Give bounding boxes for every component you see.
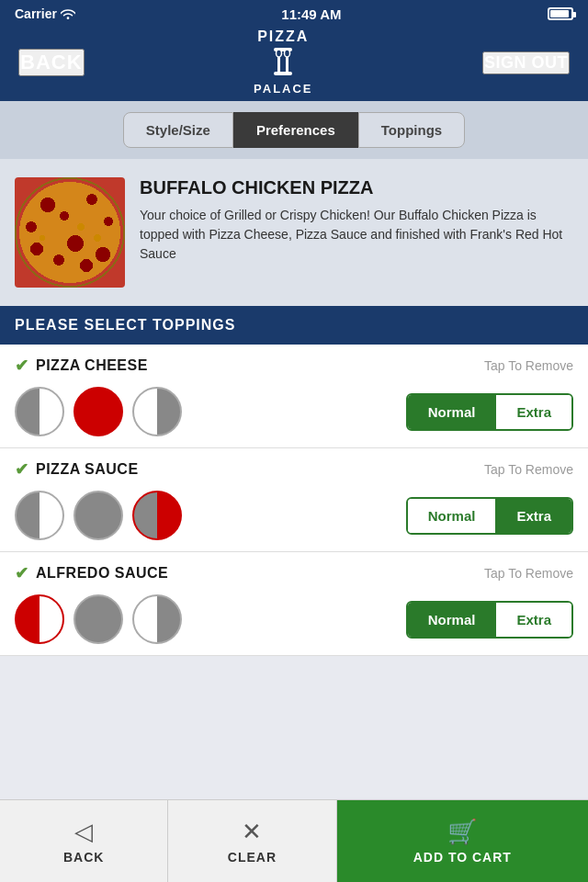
portion-buttons-pizza-sauce (15, 491, 182, 540)
portion-buttons-alfredo-sauce (15, 594, 182, 644)
battery-icon (548, 7, 573, 20)
wifi-icon (61, 8, 75, 19)
logo-palace-text: PALACE (254, 82, 312, 96)
amount-toggle-alfredo-sauce: Normal Extra (406, 601, 573, 639)
bottom-bar: ◁ BACK ✕ CLEAR 🛒 ADD TO CART (0, 799, 588, 882)
bottom-spacer (0, 656, 588, 739)
clear-icon: ✕ (242, 818, 262, 846)
amount-normal-alfredo-sauce[interactable]: Normal (408, 603, 496, 637)
tap-remove-pizza-cheese[interactable]: Tap To Remove (484, 358, 573, 373)
signout-button[interactable]: SIGN OUT (482, 51, 570, 74)
amount-extra-pizza-cheese[interactable]: Extra (496, 395, 571, 429)
pizza-image (15, 177, 125, 288)
toppings-section-header: PLEASE SELECT TOPPINGS (0, 306, 588, 345)
logo-pizza-text: PIZZA (254, 29, 312, 44)
portion-right-pizza-sauce[interactable] (132, 491, 182, 540)
svg-point-4 (277, 50, 282, 57)
amount-toggle-pizza-cheese: Normal Extra (406, 393, 573, 431)
tap-remove-pizza-sauce[interactable]: Tap To Remove (484, 462, 573, 477)
carrier-text: Carrier (15, 6, 57, 21)
app-header: BACK PIZZA PALACE SIGN OUT (0, 28, 588, 101)
tab-toppings[interactable]: Toppings (358, 112, 465, 148)
pizza-description: Your choice of Grilled or Crispy Chicken… (140, 206, 573, 264)
amount-extra-pizza-sauce[interactable]: Extra (496, 499, 571, 533)
portion-full-alfredo-sauce[interactable] (74, 594, 123, 644)
topping-name-alfredo-sauce: ALFREDO SAUCE (36, 565, 168, 582)
pizza-thumbnail (15, 177, 125, 288)
portion-right-alfredo-sauce[interactable] (132, 594, 182, 644)
check-pizza-sauce: ✔ (15, 459, 28, 480)
bottom-back-button[interactable]: ◁ BACK (0, 800, 168, 882)
amount-normal-pizza-cheese[interactable]: Normal (408, 395, 496, 429)
check-alfredo-sauce: ✔ (15, 563, 28, 583)
back-arrow-icon: ◁ (74, 818, 93, 846)
main-content: BUFFALO CHICKEN PIZZA Your choice of Gri… (0, 159, 588, 876)
tab-preferences[interactable]: Preferences (233, 112, 358, 148)
svg-point-5 (285, 50, 290, 57)
portion-left-alfredo-sauce[interactable] (15, 594, 64, 644)
topping-row-pizza-sauce: ✔ PIZZA SAUCE Tap To Remove Normal Extra (0, 448, 588, 552)
back-button[interactable]: BACK (18, 49, 85, 76)
tab-bar: Style/Size Preferences Toppings (0, 101, 588, 159)
portion-full-pizza-cheese[interactable] (74, 387, 123, 436)
amount-normal-pizza-sauce[interactable]: Normal (408, 499, 496, 533)
svg-rect-3 (274, 72, 292, 75)
check-pizza-cheese: ✔ (15, 356, 28, 376)
pizza-name: BUFFALO CHICKEN PIZZA (140, 177, 573, 198)
portion-buttons-pizza-cheese (15, 387, 182, 436)
bottom-cart-label: ADD TO CART (413, 850, 512, 865)
time-text: 11:49 AM (281, 6, 341, 22)
amount-toggle-pizza-sauce: Normal Extra (406, 497, 573, 535)
bottom-clear-label: CLEAR (228, 850, 277, 865)
app-logo: PIZZA PALACE (254, 29, 312, 96)
bottom-clear-button[interactable]: ✕ CLEAR (168, 800, 336, 882)
topping-row-pizza-cheese: ✔ PIZZA CHEESE Tap To Remove Normal Extr… (0, 345, 588, 448)
logo-icon (254, 44, 312, 82)
topping-name-pizza-cheese: PIZZA CHEESE (36, 357, 148, 374)
tap-remove-alfredo-sauce[interactable]: Tap To Remove (484, 566, 573, 581)
amount-extra-alfredo-sauce[interactable]: Extra (496, 603, 571, 637)
bottom-back-label: BACK (63, 850, 104, 865)
cart-icon: 🛒 (447, 818, 477, 846)
pizza-info-section: BUFFALO CHICKEN PIZZA Your choice of Gri… (0, 159, 588, 306)
pizza-details: BUFFALO CHICKEN PIZZA Your choice of Gri… (140, 177, 573, 264)
topping-row-alfredo-sauce: ✔ ALFREDO SAUCE Tap To Remove Normal Ext… (0, 552, 588, 656)
portion-full-pizza-sauce[interactable] (74, 491, 123, 540)
portion-left-pizza-cheese[interactable] (15, 387, 64, 436)
tab-style-size[interactable]: Style/Size (123, 112, 233, 148)
bottom-add-to-cart-button[interactable]: 🛒 ADD TO CART (337, 800, 588, 882)
status-bar: Carrier 11:49 AM (0, 0, 588, 28)
topping-name-pizza-sauce: PIZZA SAUCE (36, 461, 139, 478)
portion-right-pizza-cheese[interactable] (132, 387, 182, 436)
portion-left-pizza-sauce[interactable] (15, 491, 64, 540)
